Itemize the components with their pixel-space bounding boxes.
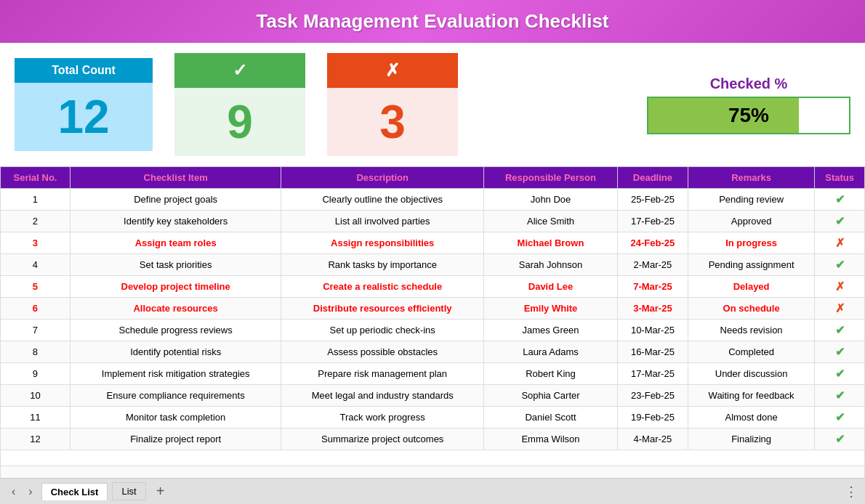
cell-description: Prepare risk management plan (281, 363, 484, 385)
table-row: 1 Define project goals Clearly outline t… (1, 189, 865, 211)
table-row: 5 Develop project timeline Create a real… (1, 276, 865, 298)
table-row: 11 Monitor task completion Track work pr… (1, 407, 865, 428)
cell-status: ✔ (815, 320, 865, 341)
cell-deadline: 2-Mar-25 (617, 254, 688, 276)
total-count-card: Total Count 12 (15, 58, 153, 151)
stats-row: Total Count 12 ✓ 9 ✗ 3 Checked % 75% (0, 43, 865, 166)
cell-serial: 3 (1, 232, 71, 254)
cell-item: Define project goals (70, 189, 281, 211)
col-deadline: Deadline (617, 167, 688, 189)
cell-deadline: 19-Feb-25 (617, 407, 688, 428)
percent-value: 75% (648, 104, 849, 127)
check-count-value: 9 (174, 88, 305, 156)
cell-person: Robert King (484, 363, 618, 385)
cell-description: Meet legal and industry standards (281, 385, 484, 407)
cell-person: David Lee (484, 276, 618, 298)
table-row: 12 Finalize project report Summarize pro… (1, 428, 865, 450)
cell-deadline: 25-Feb-25 (617, 189, 688, 211)
tab-list[interactable]: List (112, 482, 145, 500)
cell-description: Assess possible obstacles (281, 341, 484, 363)
cross-count-card: ✗ 3 (327, 53, 458, 156)
table-row: 2 Identify key stakeholders List all inv… (1, 211, 865, 232)
cell-item: Monitor task completion (70, 407, 281, 428)
cell-description: Track work progress (281, 407, 484, 428)
cell-description: Rank tasks by importance (281, 254, 484, 276)
cross-icon: ✗ (327, 53, 458, 88)
cell-description: List all involved parties (281, 211, 484, 232)
col-serial: Serial No. (1, 167, 71, 189)
cell-description: Assign responsibilities (281, 232, 484, 254)
cell-deadline: 17-Feb-25 (617, 211, 688, 232)
cell-remarks: In progress (688, 232, 814, 254)
table-row: 3 Assign team roles Assign responsibilit… (1, 232, 865, 254)
cell-serial: 11 (1, 407, 71, 428)
percent-card: Checked % 75% (647, 76, 850, 134)
table-row: 6 Allocate resources Distribute resource… (1, 298, 865, 320)
cell-remarks: Approved (688, 211, 814, 232)
cell-deadline: 4-Mar-25 (617, 428, 688, 450)
cell-remarks: On schedule (688, 298, 814, 320)
cell-description: Summarize project outcomes (281, 428, 484, 450)
bottom-bar: ‹ › Check List List + ⋮ (0, 478, 865, 504)
cell-status: ✔ (815, 211, 865, 232)
col-remarks: Remarks (688, 167, 814, 189)
tab-checklist[interactable]: Check List (41, 483, 108, 500)
cell-description: Set up periodic check-ins (281, 320, 484, 341)
cell-item: Schedule progress reviews (70, 320, 281, 341)
cell-person: Alice Smith (484, 211, 618, 232)
cell-remarks: Under discussion (688, 363, 814, 385)
cell-item: Set task priorities (70, 254, 281, 276)
col-item: Checklist Item (70, 167, 281, 189)
cell-person: Sophia Carter (484, 385, 618, 407)
cell-remarks: Almost done (688, 407, 814, 428)
cell-serial: 4 (1, 254, 71, 276)
cell-person: Michael Brown (484, 232, 618, 254)
more-options-icon[interactable]: ⋮ (845, 484, 858, 500)
cell-status: ✗ (815, 276, 865, 298)
cell-deadline: 16-Mar-25 (617, 341, 688, 363)
cell-deadline: 10-Mar-25 (617, 320, 688, 341)
col-person: Responsible Person (484, 167, 618, 189)
checklist-table: Serial No. Checklist Item Description Re… (0, 166, 865, 478)
cell-item: Implement risk mitigation strategies (70, 363, 281, 385)
nav-next-button[interactable]: › (24, 482, 36, 501)
cell-remarks: Finalizing (688, 428, 814, 450)
total-count-label: Total Count (15, 58, 153, 83)
cell-status: ✔ (815, 189, 865, 211)
check-count-card: ✓ 9 (174, 53, 305, 156)
nav-prev-button[interactable]: ‹ (7, 482, 20, 501)
cell-remarks: Delayed (688, 276, 814, 298)
page-title: Task Management Evaluation Checklist (257, 10, 609, 32)
cell-remarks: Needs revision (688, 320, 814, 341)
col-description: Description (281, 167, 484, 189)
cell-item: Ensure compliance requirements (70, 385, 281, 407)
cell-remarks: Pending review (688, 189, 814, 211)
table-row: 7 Schedule progress reviews Set up perio… (1, 320, 865, 341)
app-container: Task Management Evaluation Checklist Tot… (0, 0, 865, 504)
cell-serial: 2 (1, 211, 71, 232)
add-tab-button[interactable]: + (150, 480, 171, 503)
table-row: 4 Set task priorities Rank tasks by impo… (1, 254, 865, 276)
percent-label: Checked % (647, 76, 850, 92)
header: Task Management Evaluation Checklist (0, 0, 865, 43)
cell-status: ✗ (815, 232, 865, 254)
table-row: 10 Ensure compliance requirements Meet l… (1, 385, 865, 407)
cell-item: Develop project timeline (70, 276, 281, 298)
cell-serial: 5 (1, 276, 71, 298)
cell-description: Distribute resources efficiently (281, 298, 484, 320)
cell-serial: 12 (1, 428, 71, 450)
cell-item: Identify potential risks (70, 341, 281, 363)
cell-serial: 7 (1, 320, 71, 341)
table-row: 9 Implement risk mitigation strategies P… (1, 363, 865, 385)
check-icon: ✓ (174, 53, 305, 88)
cell-item: Assign team roles (70, 232, 281, 254)
cell-serial: 9 (1, 363, 71, 385)
cell-person: John Doe (484, 189, 618, 211)
cell-person: Daniel Scott (484, 407, 618, 428)
cell-status: ✗ (815, 298, 865, 320)
total-count-value: 12 (15, 83, 153, 151)
cell-status: ✔ (815, 385, 865, 407)
cell-item: Finalize project report (70, 428, 281, 450)
cell-person: Sarah Johnson (484, 254, 618, 276)
cell-deadline: 7-Mar-25 (617, 276, 688, 298)
